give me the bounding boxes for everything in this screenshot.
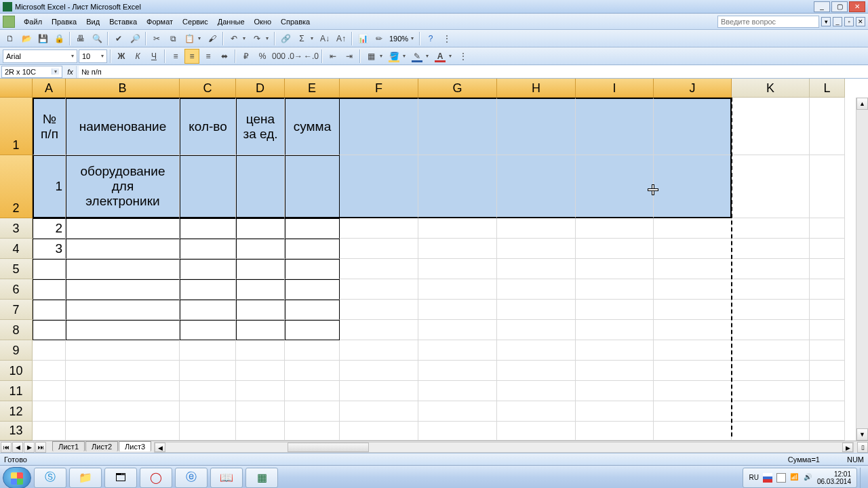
scroll-down-icon[interactable]: ▼ (856, 428, 868, 441)
cell[interactable] (236, 259, 285, 279)
tray-lang[interactable]: RU (749, 474, 758, 481)
cell[interactable] (285, 340, 340, 361)
menu-file[interactable]: Файл (19, 16, 47, 28)
row-header[interactable]: 13 (0, 422, 33, 441)
taskbar-app2-icon[interactable]: 📖 (210, 468, 243, 488)
column-header[interactable]: J (654, 79, 732, 98)
cell[interactable] (576, 422, 654, 441)
cell[interactable] (497, 239, 576, 259)
underline-icon[interactable]: Ч (146, 49, 161, 64)
cell[interactable] (732, 300, 810, 320)
cell[interactable] (66, 300, 180, 320)
minimize-button[interactable]: _ (814, 1, 830, 12)
cell[interactable] (497, 361, 576, 381)
cell[interactable] (180, 218, 236, 239)
line-color-icon[interactable]: ✎ (410, 49, 425, 64)
cell[interactable] (418, 422, 497, 441)
tray-clock[interactable]: 12:01 06.03.2014 (817, 470, 851, 485)
toolbar-options-icon[interactable]: ⋮ (439, 31, 454, 46)
close-button[interactable]: ✕ (849, 1, 865, 12)
cell[interactable] (285, 218, 340, 239)
row-header[interactable]: 11 (0, 381, 33, 401)
row-header[interactable]: 12 (0, 401, 33, 422)
cell[interactable] (418, 218, 497, 239)
cell[interactable] (66, 279, 180, 300)
column-header[interactable]: F (340, 79, 418, 98)
cell[interactable] (236, 155, 285, 218)
cell[interactable] (654, 279, 732, 300)
italic-icon[interactable]: К (130, 49, 145, 64)
cell[interactable] (180, 340, 236, 361)
scroll-right-icon[interactable]: ▶ (842, 443, 853, 452)
cell[interactable] (418, 279, 497, 300)
cell[interactable] (654, 320, 732, 340)
cell[interactable] (33, 279, 66, 300)
cell[interactable] (236, 320, 285, 340)
drawing-icon[interactable]: ✏ (372, 31, 387, 46)
menu-window[interactable]: Окно (250, 16, 277, 28)
help-icon[interactable]: ? (423, 31, 438, 46)
cell[interactable] (732, 98, 810, 155)
cell[interactable] (732, 279, 810, 300)
tab-nav-first-icon[interactable]: ⏮ (1, 442, 12, 453)
cell[interactable]: 1 (33, 155, 66, 218)
tray-network-icon[interactable]: 📶 (790, 473, 800, 483)
cell[interactable] (33, 422, 66, 441)
cell[interactable] (497, 259, 576, 279)
cell[interactable] (340, 361, 418, 381)
cell[interactable] (180, 361, 236, 381)
tab-nav-last-icon[interactable]: ⏭ (35, 442, 46, 453)
redo-icon[interactable]: ↷ (250, 31, 264, 46)
spelling-icon[interactable]: ✔ (111, 31, 126, 46)
cell[interactable] (285, 239, 340, 259)
cell[interactable] (732, 361, 810, 381)
cell[interactable]: 2 (33, 218, 66, 239)
menu-data[interactable]: Данные (213, 16, 250, 28)
font-size-combo[interactable]: 10▾ (79, 49, 107, 63)
cell[interactable] (576, 279, 654, 300)
row-header[interactable]: 5 (0, 259, 33, 279)
cell[interactable] (340, 401, 418, 422)
tab-nav-next-icon[interactable]: ▶ (24, 442, 35, 453)
column-header[interactable]: H (497, 79, 576, 98)
doc-restore-button[interactable]: ▫ (844, 17, 854, 26)
horizontal-scrollbar[interactable]: ◀ ▶ (154, 442, 854, 453)
cell[interactable] (576, 155, 654, 218)
tray-volume-icon[interactable]: 🔊 (804, 473, 813, 483)
cell[interactable] (576, 320, 654, 340)
cell[interactable] (340, 300, 418, 320)
column-header[interactable]: L (810, 79, 845, 98)
column-header[interactable]: K (732, 79, 810, 98)
scroll-up-icon[interactable]: ▲ (856, 98, 868, 110)
cell[interactable] (33, 320, 66, 340)
taskbar-excel-icon[interactable]: ▦ (245, 468, 278, 488)
start-button[interactable] (3, 467, 31, 489)
cell[interactable] (497, 381, 576, 401)
cell[interactable] (180, 300, 236, 320)
cell[interactable] (285, 361, 340, 381)
permission-icon[interactable]: 🔒 (52, 31, 66, 46)
scroll-split-icon[interactable]: ▯ (857, 442, 868, 453)
help-search-dropdown[interactable]: ▾ (821, 17, 831, 26)
align-center-icon[interactable]: ≡ (184, 49, 199, 64)
decrease-indent-icon[interactable]: ⇤ (326, 49, 340, 64)
cell[interactable] (810, 239, 845, 259)
cell[interactable] (285, 422, 340, 441)
select-all-corner[interactable] (0, 79, 33, 98)
scroll-left-icon[interactable]: ◀ (155, 443, 165, 452)
font-name-combo[interactable]: Arial▾ (3, 49, 77, 63)
paste-icon[interactable]: 📋 (182, 31, 197, 46)
menu-format[interactable]: Формат (142, 16, 178, 28)
cell[interactable] (236, 361, 285, 381)
cell[interactable] (180, 401, 236, 422)
new-icon[interactable]: 🗋 (3, 31, 18, 46)
doc-minimize-button[interactable]: _ (833, 17, 842, 26)
column-header[interactable]: C (180, 79, 236, 98)
sort-asc-icon[interactable]: A↓ (317, 31, 332, 46)
row-header[interactable]: 9 (0, 340, 33, 361)
zoom-dropdown[interactable]: ▾ (411, 35, 416, 41)
maximize-button[interactable]: ▢ (831, 1, 848, 12)
cell[interactable] (497, 401, 576, 422)
column-header[interactable]: G (418, 79, 497, 98)
tray-action-center-icon[interactable] (776, 473, 786, 483)
